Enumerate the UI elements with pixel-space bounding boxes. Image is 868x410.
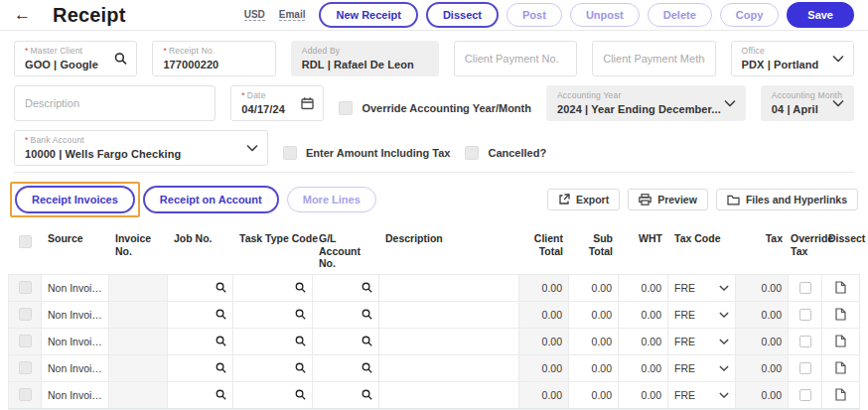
description-cell[interactable]: [379, 382, 519, 408]
search-icon[interactable]: [362, 309, 372, 320]
search-icon[interactable]: [216, 282, 226, 293]
file-icon[interactable]: [835, 361, 846, 374]
tax-code-cell[interactable]: FRE: [668, 382, 736, 408]
gl-account-no-cell[interactable]: [313, 275, 379, 301]
file-icon[interactable]: [835, 388, 846, 401]
chevron-down-icon[interactable]: [719, 392, 729, 398]
dissect-cell[interactable]: [822, 329, 860, 354]
job-no-cell[interactable]: [168, 275, 233, 301]
search-icon[interactable]: [295, 389, 306, 400]
row-checkbox[interactable]: [19, 281, 32, 294]
sub-total-cell[interactable]: 0.00: [569, 329, 619, 354]
gl-account-no-cell[interactable]: [313, 382, 379, 408]
chevron-down-icon[interactable]: [719, 285, 729, 291]
task-type-code-cell[interactable]: [233, 329, 313, 354]
client-payment-method-field[interactable]: [592, 41, 715, 76]
unpost-button[interactable]: Unpost: [570, 3, 640, 27]
sub-total-cell[interactable]: 0.00: [569, 302, 619, 328]
job-no-cell[interactable]: [168, 382, 233, 408]
file-icon[interactable]: [835, 308, 846, 321]
tab-receipt-on-account[interactable]: Receipt on Account: [143, 186, 279, 213]
export-button[interactable]: Export: [547, 189, 620, 210]
search-icon[interactable]: [216, 309, 226, 320]
copy-button[interactable]: Copy: [720, 3, 780, 27]
chevron-down-icon[interactable]: [246, 145, 258, 152]
currency-link[interactable]: USD: [244, 9, 265, 21]
description-field[interactable]: [14, 85, 216, 121]
dissect-button[interactable]: Dissect: [426, 2, 499, 28]
description-cell[interactable]: [379, 355, 519, 381]
gl-account-no-cell[interactable]: [313, 302, 379, 328]
job-no-cell[interactable]: [168, 302, 233, 328]
date-field[interactable]: *Date 04/17/24: [230, 85, 324, 121]
file-icon[interactable]: [835, 335, 846, 347]
search-icon[interactable]: [114, 53, 127, 66]
job-no-cell[interactable]: [168, 355, 233, 381]
tab-more-lines[interactable]: More Lines: [287, 187, 376, 212]
wht-cell[interactable]: 0.00: [619, 382, 668, 408]
job-no-cell[interactable]: [168, 329, 233, 354]
tax-code-cell[interactable]: FRE: [668, 302, 736, 328]
tax-code-cell[interactable]: FRE: [668, 355, 736, 381]
bank-account-field[interactable]: *Bank Account 10000 | Wells Fargo Checki…: [14, 130, 268, 166]
task-type-code-cell[interactable]: [233, 382, 313, 408]
search-icon[interactable]: [216, 336, 226, 346]
override-tax-checkbox[interactable]: [799, 282, 811, 294]
chevron-down-icon[interactable]: [719, 365, 729, 371]
search-icon[interactable]: [295, 362, 306, 373]
calendar-icon[interactable]: [301, 97, 314, 110]
tax-code-cell[interactable]: FRE: [668, 275, 736, 301]
search-icon[interactable]: [295, 282, 306, 293]
row-checkbox[interactable]: [19, 335, 32, 347]
client-payment-method-input[interactable]: [603, 42, 704, 75]
description-cell[interactable]: [379, 329, 519, 354]
client-payment-no-field[interactable]: [454, 41, 577, 76]
receipt-no-field[interactable]: *Receipt No. 177000220: [152, 41, 275, 76]
search-icon[interactable]: [216, 362, 226, 373]
sub-total-cell[interactable]: 0.00: [569, 275, 619, 301]
override-tax-checkbox[interactable]: [799, 336, 811, 347]
task-type-code-cell[interactable]: [233, 302, 313, 328]
gl-account-no-cell[interactable]: [313, 355, 379, 381]
save-button[interactable]: Save: [787, 2, 854, 28]
chevron-down-icon[interactable]: [719, 312, 729, 318]
dissect-cell[interactable]: [822, 302, 860, 328]
override-tax-checkbox[interactable]: [799, 309, 811, 321]
chevron-down-icon[interactable]: [719, 339, 729, 344]
email-link[interactable]: Email: [279, 9, 306, 21]
override-accounting-checkbox[interactable]: [339, 101, 353, 115]
override-tax-checkbox[interactable]: [799, 362, 811, 374]
file-icon[interactable]: [835, 281, 846, 294]
gl-account-no-cell[interactable]: [313, 329, 379, 354]
search-icon[interactable]: [362, 282, 372, 293]
tax-code-cell[interactable]: FRE: [668, 329, 736, 354]
chevron-down-icon[interactable]: [832, 56, 844, 63]
description-cell[interactable]: [379, 275, 519, 301]
row-checkbox[interactable]: [19, 308, 32, 321]
preview-button[interactable]: Preview: [628, 189, 708, 210]
master-client-field[interactable]: *Master Client GOO | Google: [14, 41, 137, 76]
new-receipt-button[interactable]: New Receipt: [319, 2, 417, 28]
task-type-code-cell[interactable]: [233, 275, 313, 301]
wht-cell[interactable]: 0.00: [619, 329, 668, 354]
cancelled-checkbox[interactable]: [465, 146, 479, 160]
task-type-code-cell[interactable]: [233, 355, 313, 381]
search-icon[interactable]: [216, 389, 226, 400]
client-payment-no-input[interactable]: [465, 42, 566, 75]
dissect-cell[interactable]: [822, 275, 860, 301]
search-icon[interactable]: [362, 362, 372, 373]
post-button[interactable]: Post: [506, 3, 562, 27]
wht-cell[interactable]: 0.00: [619, 302, 668, 328]
description-cell[interactable]: [379, 302, 519, 328]
wht-cell[interactable]: 0.00: [619, 355, 668, 381]
sub-total-cell[interactable]: 0.00: [569, 382, 619, 408]
select-all-checkbox[interactable]: [19, 235, 32, 248]
wht-cell[interactable]: 0.00: [619, 275, 668, 301]
row-checkbox[interactable]: [19, 388, 32, 401]
search-icon[interactable]: [362, 389, 372, 400]
dissect-cell[interactable]: [822, 382, 860, 408]
office-field[interactable]: Office PDX | Portland: [731, 41, 854, 76]
sub-total-cell[interactable]: 0.00: [569, 355, 619, 381]
description-input[interactable]: [25, 86, 205, 120]
override-tax-checkbox[interactable]: [799, 389, 811, 401]
